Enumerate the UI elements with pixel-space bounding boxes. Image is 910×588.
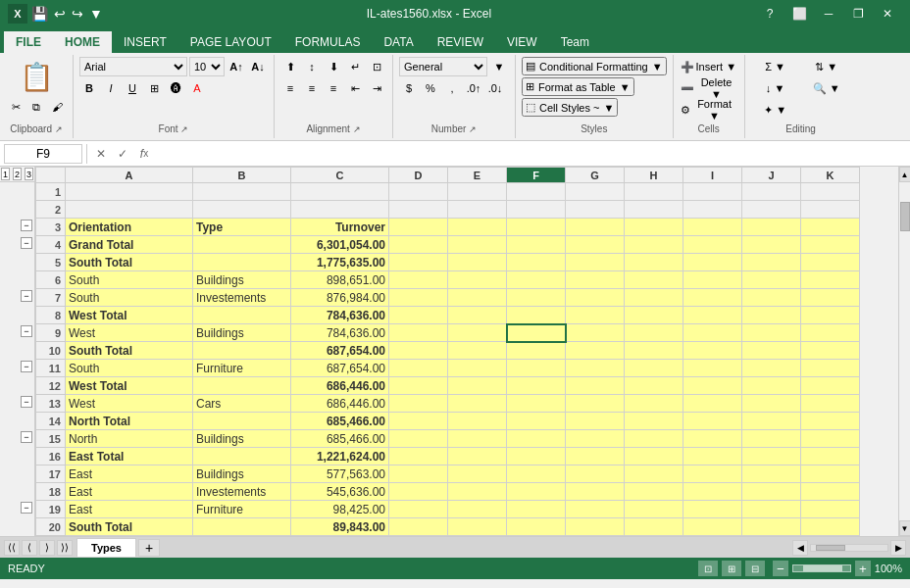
cell[interactable]: Orientation xyxy=(66,219,193,236)
cell[interactable] xyxy=(742,289,801,307)
cell[interactable]: East Total xyxy=(66,448,193,466)
currency-button[interactable]: $ xyxy=(399,78,419,98)
collapse-group-10-button[interactable]: − xyxy=(21,325,32,337)
minimize-button[interactable]: ─ xyxy=(814,4,843,24)
cell[interactable]: 687,654.00 xyxy=(291,360,389,377)
next-sheet-button[interactable]: ⟩ xyxy=(39,540,55,556)
cell[interactable]: East xyxy=(66,466,193,483)
autosum-button[interactable]: Σ ▼ xyxy=(751,57,800,76)
cell[interactable] xyxy=(625,483,683,501)
cell[interactable]: Cars xyxy=(193,395,291,413)
cell[interactable]: Turnover xyxy=(291,219,389,236)
cell[interactable] xyxy=(683,307,742,324)
cell[interactable] xyxy=(389,501,448,518)
formula-input[interactable] xyxy=(158,147,910,161)
cell[interactable] xyxy=(193,377,291,395)
cell[interactable] xyxy=(625,466,683,483)
cell[interactable] xyxy=(742,483,801,501)
decrease-decimal-button[interactable]: .0↓ xyxy=(485,78,505,98)
cell[interactable]: North Total xyxy=(66,413,193,430)
cell[interactable] xyxy=(566,342,625,360)
sheet-tab-types[interactable]: Types xyxy=(76,538,136,557)
cell[interactable] xyxy=(625,324,683,342)
cell[interactable]: West xyxy=(66,324,193,342)
font-name-select[interactable]: Arial xyxy=(79,57,187,76)
cell[interactable] xyxy=(193,518,291,536)
cell[interactable] xyxy=(566,518,625,536)
cell[interactable]: 685,466.00 xyxy=(291,430,389,448)
conditional-formatting-button[interactable]: ▤ Conditional Formatting ▼ xyxy=(522,57,667,75)
cell[interactable] xyxy=(507,289,566,307)
cell[interactable] xyxy=(801,377,860,395)
tab-page-layout[interactable]: PAGE LAYOUT xyxy=(178,31,283,53)
increase-indent-button[interactable]: ⇥ xyxy=(367,78,386,98)
percent-button[interactable]: % xyxy=(421,78,440,98)
cell[interactable]: 1,221,624.00 xyxy=(291,448,389,466)
cell[interactable] xyxy=(625,413,683,430)
cell[interactable] xyxy=(683,377,742,395)
cell[interactable]: East xyxy=(66,501,193,518)
cell[interactable] xyxy=(625,254,683,271)
prev-sheet-button[interactable]: ⟨ xyxy=(22,540,37,556)
scroll-down-button[interactable]: ▼ xyxy=(899,520,911,536)
cell[interactable] xyxy=(625,271,683,289)
cell[interactable] xyxy=(683,342,742,360)
cell[interactable] xyxy=(448,183,507,201)
customize-button[interactable]: ▼ xyxy=(89,6,103,22)
collapse-group-14-button[interactable]: − xyxy=(21,396,32,408)
first-sheet-button[interactable]: ⟨⟨ xyxy=(4,540,20,556)
cell[interactable]: 98,425.00 xyxy=(291,501,389,518)
page-layout-view-button[interactable]: ⊞ xyxy=(722,561,741,576)
font-color-button[interactable]: A xyxy=(187,78,207,98)
col-header-i[interactable]: I xyxy=(683,168,742,183)
cell[interactable] xyxy=(389,219,448,236)
cell[interactable] xyxy=(389,518,448,536)
cell[interactable] xyxy=(448,466,507,483)
cell[interactable]: 784,636.00 xyxy=(291,307,389,324)
cell[interactable] xyxy=(801,466,860,483)
name-box[interactable] xyxy=(4,144,82,164)
cell[interactable] xyxy=(507,219,566,236)
cell[interactable] xyxy=(507,254,566,271)
cell[interactable] xyxy=(801,201,860,219)
delete-cells-button[interactable]: ➖ Delete ▼ xyxy=(680,78,738,98)
tab-formulas[interactable]: FORMULAS xyxy=(283,31,373,53)
ribbon-toggle-button[interactable]: ⬜ xyxy=(784,4,814,24)
cell[interactable] xyxy=(742,271,801,289)
col-header-g[interactable]: G xyxy=(566,168,625,183)
cell[interactable]: Buildings xyxy=(193,271,291,289)
cut-button[interactable]: ✂ xyxy=(6,97,25,117)
cell[interactable] xyxy=(801,307,860,324)
cell[interactable] xyxy=(507,271,566,289)
cell[interactable] xyxy=(742,430,801,448)
zoom-slider-track[interactable] xyxy=(792,564,851,572)
cell[interactable]: Investements xyxy=(193,289,291,307)
cell[interactable]: 577,563.00 xyxy=(291,466,389,483)
col-header-b[interactable]: B xyxy=(193,168,291,183)
outline-level-1-button[interactable]: 1 xyxy=(1,168,10,180)
cell[interactable] xyxy=(742,201,801,219)
col-header-d[interactable]: D xyxy=(389,168,448,183)
cell[interactable] xyxy=(801,289,860,307)
fill-color-button[interactable]: 🅐 xyxy=(166,78,185,98)
restore-button[interactable]: ❐ xyxy=(843,4,873,24)
cell[interactable] xyxy=(193,201,291,219)
cell[interactable] xyxy=(801,518,860,536)
fill-button[interactable]: ↓ ▼ xyxy=(751,78,800,98)
align-middle-button[interactable]: ↕ xyxy=(302,57,322,76)
cell[interactable] xyxy=(291,183,389,201)
cell[interactable]: 6,301,054.00 xyxy=(291,236,389,254)
cell[interactable] xyxy=(507,448,566,466)
cell[interactable] xyxy=(389,324,448,342)
align-bottom-button[interactable]: ⬇ xyxy=(324,57,343,76)
cell[interactable]: Buildings xyxy=(193,324,291,342)
cell[interactable] xyxy=(193,254,291,271)
cell[interactable]: West xyxy=(66,395,193,413)
comma-button[interactable]: , xyxy=(442,78,462,98)
cell[interactable] xyxy=(625,201,683,219)
cell[interactable] xyxy=(389,254,448,271)
cell[interactable] xyxy=(742,360,801,377)
cell[interactable]: 685,466.00 xyxy=(291,413,389,430)
vertical-scrollbar[interactable]: ▲ ▼ xyxy=(898,167,910,536)
tab-insert[interactable]: INSERT xyxy=(112,31,178,53)
